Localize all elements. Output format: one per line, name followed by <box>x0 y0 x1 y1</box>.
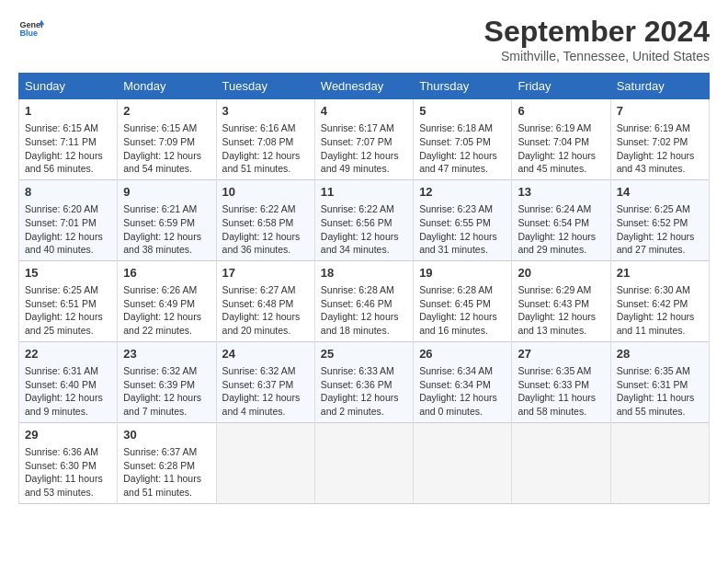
calendar-cell: 2Sunrise: 6:15 AMSunset: 7:09 PMDaylight… <box>118 99 216 180</box>
day-info: Sunrise: 6:22 AMSunset: 6:56 PMDaylight:… <box>321 202 407 257</box>
day-number: 14 <box>617 184 703 201</box>
day-number: 6 <box>518 103 604 120</box>
calendar-cell: 19Sunrise: 6:28 AMSunset: 6:45 PMDayligh… <box>414 260 512 341</box>
calendar-cell: 3Sunrise: 6:16 AMSunset: 7:08 PMDaylight… <box>216 99 314 180</box>
calendar-cell: 29Sunrise: 6:36 AMSunset: 6:30 PMDayligh… <box>19 422 118 503</box>
calendar-cell <box>512 422 610 503</box>
day-info: Sunrise: 6:23 AMSunset: 6:55 PMDaylight:… <box>419 202 506 257</box>
day-info: Sunrise: 6:27 AMSunset: 6:48 PMDaylight:… <box>222 283 309 338</box>
calendar-cell: 9Sunrise: 6:21 AMSunset: 6:59 PMDaylight… <box>118 179 216 260</box>
calendar-cell: 30Sunrise: 6:37 AMSunset: 6:28 PMDayligh… <box>118 422 216 503</box>
day-info: Sunrise: 6:28 AMSunset: 6:46 PMDaylight:… <box>321 283 407 338</box>
day-number: 27 <box>518 346 604 362</box>
calendar-week-row: 22Sunrise: 6:31 AMSunset: 6:40 PMDayligh… <box>19 341 710 422</box>
day-number: 25 <box>321 346 407 362</box>
calendar-cell: 12Sunrise: 6:23 AMSunset: 6:55 PMDayligh… <box>414 179 512 260</box>
day-info: Sunrise: 6:35 AMSunset: 6:33 PMDaylight:… <box>518 364 604 419</box>
day-info: Sunrise: 6:37 AMSunset: 6:28 PMDaylight:… <box>123 445 210 500</box>
day-info: Sunrise: 6:28 AMSunset: 6:45 PMDaylight:… <box>419 283 506 338</box>
day-number: 30 <box>123 427 210 443</box>
weekday-header-monday: Monday <box>118 74 216 99</box>
calendar-cell: 26Sunrise: 6:34 AMSunset: 6:34 PMDayligh… <box>414 341 512 422</box>
day-number: 22 <box>25 346 111 362</box>
day-info: Sunrise: 6:25 AMSunset: 6:52 PMDaylight:… <box>617 202 703 257</box>
calendar-cell: 20Sunrise: 6:29 AMSunset: 6:43 PMDayligh… <box>512 260 610 341</box>
day-number: 12 <box>419 184 506 201</box>
day-number: 24 <box>222 346 309 362</box>
calendar-cell <box>314 422 413 503</box>
day-number: 2 <box>123 103 210 120</box>
calendar-cell: 21Sunrise: 6:30 AMSunset: 6:42 PMDayligh… <box>610 260 709 341</box>
svg-text:Blue: Blue <box>19 29 38 38</box>
day-info: Sunrise: 6:18 AMSunset: 7:05 PMDaylight:… <box>419 121 506 176</box>
weekday-header-thursday: Thursday <box>414 74 512 99</box>
title-area: September 2024 Smithville, Tennessee, Un… <box>484 15 710 63</box>
calendar-cell: 27Sunrise: 6:35 AMSunset: 6:33 PMDayligh… <box>512 341 610 422</box>
day-info: Sunrise: 6:17 AMSunset: 7:07 PMDaylight:… <box>321 121 407 176</box>
day-number: 19 <box>419 265 506 282</box>
calendar-cell: 17Sunrise: 6:27 AMSunset: 6:48 PMDayligh… <box>216 260 314 341</box>
day-info: Sunrise: 6:19 AMSunset: 7:04 PMDaylight:… <box>518 121 604 176</box>
weekday-header-sunday: Sunday <box>19 74 118 99</box>
day-number: 10 <box>222 184 309 201</box>
logo-icon: General Blue <box>18 15 44 40</box>
calendar-title: September 2024 <box>484 15 710 49</box>
day-info: Sunrise: 6:19 AMSunset: 7:02 PMDaylight:… <box>617 121 703 176</box>
day-info: Sunrise: 6:35 AMSunset: 6:31 PMDaylight:… <box>617 364 703 419</box>
day-number: 13 <box>518 184 604 201</box>
day-number: 4 <box>321 103 407 120</box>
calendar-cell: 13Sunrise: 6:24 AMSunset: 6:54 PMDayligh… <box>512 179 610 260</box>
calendar-cell: 25Sunrise: 6:33 AMSunset: 6:36 PMDayligh… <box>314 341 413 422</box>
day-number: 26 <box>419 346 506 362</box>
calendar-week-row: 29Sunrise: 6:36 AMSunset: 6:30 PMDayligh… <box>19 422 710 503</box>
calendar-cell: 23Sunrise: 6:32 AMSunset: 6:39 PMDayligh… <box>118 341 216 422</box>
day-info: Sunrise: 6:31 AMSunset: 6:40 PMDaylight:… <box>25 364 111 419</box>
calendar-cell: 4Sunrise: 6:17 AMSunset: 7:07 PMDaylight… <box>314 99 413 180</box>
day-info: Sunrise: 6:32 AMSunset: 6:39 PMDaylight:… <box>123 364 210 419</box>
day-info: Sunrise: 6:24 AMSunset: 6:54 PMDaylight:… <box>518 202 604 257</box>
day-info: Sunrise: 6:25 AMSunset: 6:51 PMDaylight:… <box>25 283 111 338</box>
day-number: 28 <box>617 346 703 362</box>
day-number: 1 <box>25 103 111 120</box>
day-number: 23 <box>123 346 210 362</box>
day-info: Sunrise: 6:32 AMSunset: 6:37 PMDaylight:… <box>222 364 309 419</box>
calendar-cell: 7Sunrise: 6:19 AMSunset: 7:02 PMDaylight… <box>610 99 709 180</box>
calendar-cell: 15Sunrise: 6:25 AMSunset: 6:51 PMDayligh… <box>19 260 118 341</box>
weekday-header-wednesday: Wednesday <box>314 74 413 99</box>
calendar-table: SundayMondayTuesdayWednesdayThursdayFrid… <box>18 73 710 504</box>
calendar-cell: 5Sunrise: 6:18 AMSunset: 7:05 PMDaylight… <box>414 99 512 180</box>
day-info: Sunrise: 6:33 AMSunset: 6:36 PMDaylight:… <box>321 364 407 419</box>
calendar-cell: 1Sunrise: 6:15 AMSunset: 7:11 PMDaylight… <box>19 99 118 180</box>
day-info: Sunrise: 6:20 AMSunset: 7:01 PMDaylight:… <box>25 202 111 257</box>
day-info: Sunrise: 6:29 AMSunset: 6:43 PMDaylight:… <box>518 283 604 338</box>
day-info: Sunrise: 6:30 AMSunset: 6:42 PMDaylight:… <box>617 283 703 338</box>
day-number: 17 <box>222 265 309 282</box>
calendar-cell: 28Sunrise: 6:35 AMSunset: 6:31 PMDayligh… <box>610 341 709 422</box>
day-info: Sunrise: 6:36 AMSunset: 6:30 PMDaylight:… <box>25 445 111 500</box>
day-number: 5 <box>419 103 506 120</box>
calendar-cell: 22Sunrise: 6:31 AMSunset: 6:40 PMDayligh… <box>19 341 118 422</box>
calendar-cell: 8Sunrise: 6:20 AMSunset: 7:01 PMDaylight… <box>19 179 118 260</box>
day-info: Sunrise: 6:34 AMSunset: 6:34 PMDaylight:… <box>419 364 506 419</box>
day-info: Sunrise: 6:22 AMSunset: 6:58 PMDaylight:… <box>222 202 309 257</box>
day-info: Sunrise: 6:15 AMSunset: 7:11 PMDaylight:… <box>25 121 111 176</box>
calendar-week-row: 15Sunrise: 6:25 AMSunset: 6:51 PMDayligh… <box>19 260 710 341</box>
day-number: 29 <box>25 427 111 443</box>
calendar-cell: 16Sunrise: 6:26 AMSunset: 6:49 PMDayligh… <box>118 260 216 341</box>
weekday-header-friday: Friday <box>512 74 610 99</box>
day-number: 20 <box>518 265 604 282</box>
day-info: Sunrise: 6:16 AMSunset: 7:08 PMDaylight:… <box>222 121 309 176</box>
calendar-cell <box>216 422 314 503</box>
calendar-cell <box>414 422 512 503</box>
day-number: 18 <box>321 265 407 282</box>
weekday-header-row: SundayMondayTuesdayWednesdayThursdayFrid… <box>19 74 710 99</box>
weekday-header-tuesday: Tuesday <box>216 74 314 99</box>
calendar-cell: 11Sunrise: 6:22 AMSunset: 6:56 PMDayligh… <box>314 179 413 260</box>
calendar-cell: 6Sunrise: 6:19 AMSunset: 7:04 PMDaylight… <box>512 99 610 180</box>
calendar-subtitle: Smithville, Tennessee, United States <box>484 49 710 63</box>
logo: General Blue <box>18 15 44 40</box>
day-number: 16 <box>123 265 210 282</box>
page-header: General Blue September 2024 Smithville, … <box>18 15 710 63</box>
day-info: Sunrise: 6:21 AMSunset: 6:59 PMDaylight:… <box>123 202 210 257</box>
day-info: Sunrise: 6:15 AMSunset: 7:09 PMDaylight:… <box>123 121 210 176</box>
